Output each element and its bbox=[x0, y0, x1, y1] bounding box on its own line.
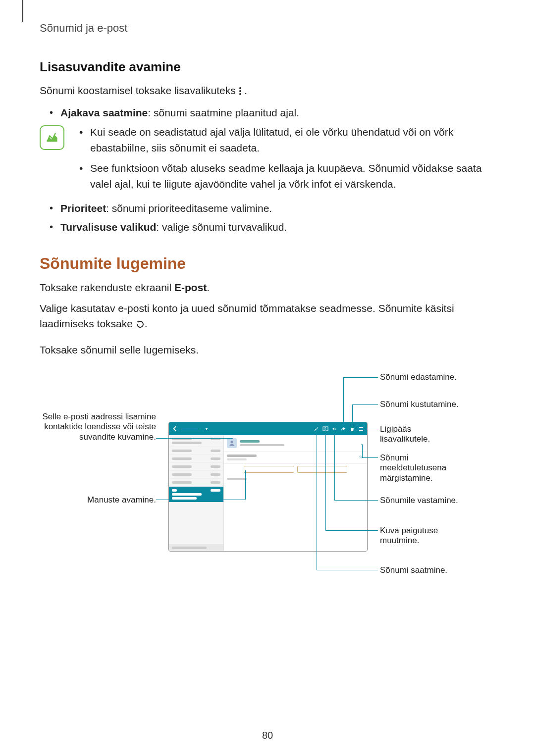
note-item-1: Kui seade on seadistatud ajal välja lüli… bbox=[79, 124, 495, 155]
section1-intro-text-b: . bbox=[244, 85, 247, 96]
attachment-button bbox=[297, 466, 348, 473]
lead-line bbox=[245, 470, 246, 500]
lead-line bbox=[317, 428, 317, 570]
bullet-ajakava: Ajakava saatmine: sõnumi saatmine plaani… bbox=[50, 105, 495, 121]
svg-point-8 bbox=[230, 441, 233, 443]
bullet-turv-text: : valige sõnumi turvavalikud. bbox=[156, 221, 287, 233]
callout-reminder: Sõnumi meeldetuletusena märgistamine. bbox=[380, 453, 474, 483]
bullet-turvalisus: Turvalisuse valikud: valige sõnumi turva… bbox=[50, 219, 495, 235]
callout-send: Sõnumi saatmine. bbox=[380, 565, 447, 575]
lead-line bbox=[352, 404, 353, 427]
svg-rect-5 bbox=[359, 427, 363, 428]
list-item bbox=[169, 463, 223, 471]
lead-line bbox=[325, 530, 378, 531]
reading-p1-b: . bbox=[207, 282, 210, 293]
avatar-icon bbox=[227, 438, 237, 448]
svg-point-0 bbox=[239, 87, 241, 89]
lead-line bbox=[156, 438, 233, 439]
lead-line bbox=[156, 500, 245, 500]
message-list-sidebar bbox=[169, 435, 224, 551]
section1-intro: Sõnumi koostamisel toksake lisavalikutek… bbox=[40, 83, 495, 100]
list-item bbox=[169, 471, 223, 479]
svg-point-1 bbox=[239, 90, 241, 92]
reading-p1-a: Toksake rakenduste ekraanil bbox=[40, 282, 174, 293]
section1-intro-text-a: Sõnumi koostamisel toksake lisavalikutek… bbox=[40, 85, 239, 96]
bullet-ajakava-text: : sõnumi saatmine plaanitud ajal. bbox=[148, 107, 299, 118]
subject-row bbox=[224, 452, 367, 464]
svg-rect-7 bbox=[359, 430, 363, 431]
note-icon bbox=[40, 125, 64, 150]
sender-row: ⌄ bbox=[224, 435, 367, 452]
callout-forward: Sõnumi edastamine. bbox=[380, 372, 457, 382]
lead-line bbox=[361, 429, 378, 429]
account-label: ─────── bbox=[181, 427, 201, 431]
callout-contact: Selle e-posti aadressi lisamine kontakti… bbox=[40, 412, 156, 442]
callout-layout: Kuva paigutuse muutmine. bbox=[380, 526, 459, 546]
list-item bbox=[169, 455, 223, 463]
lead-line bbox=[317, 570, 378, 570]
list-item bbox=[169, 435, 223, 447]
section-reading-title: Sõnumite lugemine bbox=[40, 254, 495, 273]
sidebar-footer bbox=[169, 544, 223, 551]
list-item bbox=[169, 479, 223, 487]
sender-info bbox=[240, 440, 284, 446]
more-vertical-icon bbox=[239, 84, 242, 100]
reading-p1: Toksake rakenduste ekraanil E-post. bbox=[40, 280, 495, 296]
lead-line bbox=[343, 377, 344, 427]
reading-p1-bold: E-post bbox=[174, 282, 207, 293]
lead-line bbox=[334, 428, 335, 500]
reading-p3: Toksake sõnumil selle lugemiseks. bbox=[40, 342, 495, 358]
callout-delete: Sõnumi kustutamine. bbox=[380, 400, 459, 409]
attachment-button bbox=[244, 466, 294, 473]
bullet-ajakava-label: Ajakava saatmine bbox=[60, 107, 148, 118]
page-number: 80 bbox=[262, 730, 273, 741]
lead-line bbox=[362, 445, 363, 457]
reading-p2-a: Valige kasutatav e-posti konto ja uued s… bbox=[40, 302, 454, 330]
lead-line bbox=[362, 457, 378, 458]
device-mock: ─────── ▾ bbox=[168, 422, 368, 552]
reading-p2-b: . bbox=[145, 318, 148, 329]
reading-p2: Valige kasutatav e-posti konto ja uued s… bbox=[40, 301, 495, 333]
note-item-2: See funktsioon võtab aluseks seadme kell… bbox=[79, 160, 495, 192]
list-item-selected bbox=[169, 487, 223, 503]
refresh-icon bbox=[136, 317, 145, 333]
dropdown-icon: ▾ bbox=[204, 426, 210, 432]
callout-attachments: Manuste avamine. bbox=[40, 495, 156, 505]
callout-reply: Sõnumile vastamine. bbox=[380, 496, 458, 505]
svg-rect-3 bbox=[323, 427, 325, 431]
bullet-prioriteet: Prioriteet: sõnumi prioriteeditaseme val… bbox=[50, 201, 495, 216]
back-icon bbox=[172, 426, 178, 432]
device-topbar: ─────── ▾ bbox=[169, 422, 367, 435]
bullet-turv-label: Turvalisuse valikud bbox=[60, 221, 156, 233]
svg-point-2 bbox=[239, 93, 241, 95]
bullet-prior-text: : sõnumi prioriteeditaseme valimine. bbox=[106, 202, 272, 214]
lead-line bbox=[343, 377, 378, 378]
bullet-prior-label: Prioriteet bbox=[60, 202, 106, 214]
section-additional-options-title: Lisasuvandite avamine bbox=[40, 59, 495, 75]
lead-line bbox=[334, 500, 378, 501]
lead-line bbox=[325, 428, 326, 530]
note-block: Kui seade on seadistatud ajal välja lüli… bbox=[40, 124, 495, 197]
list-item bbox=[169, 447, 223, 455]
callout-more: Ligipääs lisavalikutele. bbox=[380, 424, 454, 445]
page-header: Sõnumid ja e-post bbox=[40, 22, 495, 35]
diagram: ─────── ▾ bbox=[40, 372, 495, 590]
lead-line bbox=[352, 404, 378, 405]
